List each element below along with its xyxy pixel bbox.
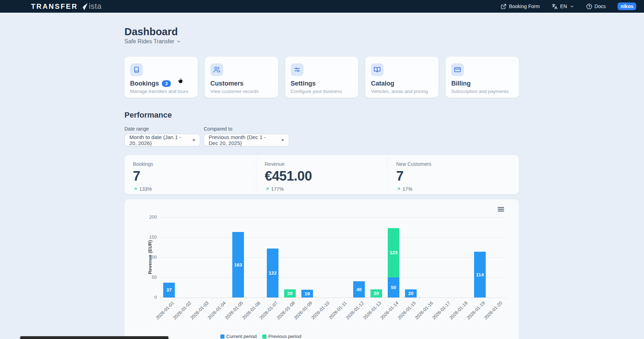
nav-card-catalog[interactable]: Catalog Vehicles, areas and pricing — [365, 57, 438, 98]
nav-card-subtitle: Vehicles, areas and pricing — [371, 89, 433, 94]
y-tick-label: 0 — [141, 295, 157, 300]
docs-label: Docs — [595, 4, 606, 9]
nav-card-title: Settings — [291, 80, 316, 87]
gridline — [160, 257, 506, 258]
bar-segment: 20 — [370, 289, 382, 297]
x-tick — [489, 297, 489, 300]
gridline — [160, 237, 506, 238]
bar-segment: 20 — [405, 289, 417, 297]
x-tick — [316, 297, 316, 300]
y-tick-label: 150 — [141, 234, 157, 240]
nav-card-subtitle: Configure your business — [291, 89, 353, 94]
stat-change: 177% — [265, 186, 387, 192]
nav-card-customers[interactable]: Customers View customer records — [205, 57, 278, 98]
bar-segment: 163 — [232, 232, 244, 297]
tenant-name: Safe Rides Transfer — [124, 38, 174, 45]
language-selector[interactable]: EN — [552, 4, 574, 10]
nav-card-title: Catalog — [371, 80, 394, 87]
bottom-overlay-bar — [20, 336, 168, 339]
x-tick — [212, 297, 213, 300]
bar-value-label: 114 — [476, 272, 484, 277]
bar-value-label: 40 — [356, 287, 362, 292]
performance-filters: Date range Month to date (Jan 1 - 20, 20… — [124, 126, 289, 146]
x-tick — [160, 297, 161, 300]
bar-segment: 37 — [163, 283, 175, 297]
chart-plot: 2001501005002026-01-01372026-01-022026-0… — [160, 217, 506, 297]
bar-segment: 20 — [284, 289, 296, 297]
x-tick — [437, 297, 437, 300]
bar-value-label: 37 — [166, 287, 172, 293]
y-tick-label: 50 — [141, 275, 157, 280]
x-tick — [178, 297, 178, 300]
x-tick — [419, 297, 420, 300]
stat-label: Revenue — [265, 161, 387, 167]
book-icon — [130, 63, 143, 76]
language-label: EN — [560, 4, 567, 9]
legend-item-current-period[interactable]: Current period — [220, 334, 257, 339]
quick-nav-cards: Bookings 3 Manage transfers and tours Cu… — [124, 57, 519, 98]
stat-label: New Customers — [396, 161, 519, 167]
stat-bookings: Bookings 7 133% — [124, 155, 256, 194]
bar-value-label: 20 — [287, 291, 293, 296]
nav-card-subtitle: Subscription and payments — [451, 89, 513, 94]
users-icon — [210, 63, 223, 76]
legend-marker-current — [220, 334, 225, 339]
bar-value-label: 20 — [408, 291, 413, 296]
nav-card-title: Customers — [210, 80, 244, 87]
arrow-up-right-icon — [133, 187, 138, 192]
x-tick — [247, 297, 247, 300]
x-tick — [333, 297, 333, 300]
bar-segment: 114 — [474, 252, 486, 297]
x-tick — [264, 297, 264, 300]
x-tick — [471, 297, 472, 300]
logo-text-bold: TRANSFER — [31, 2, 78, 11]
app-logo[interactable]: TRANSFER ista — [31, 2, 102, 11]
paper-plane-icon — [79, 2, 88, 11]
booking-form-link[interactable]: Booking Form — [501, 4, 540, 10]
x-tick — [350, 297, 351, 300]
navbar-actions: Booking Form EN Docs nikos — [501, 2, 636, 10]
nav-card-subtitle: View customer records — [210, 89, 272, 94]
x-tick — [229, 297, 230, 300]
page-title: Dashboard — [124, 26, 178, 38]
bar-segment: 123 — [388, 228, 399, 277]
chart-menu-icon[interactable] — [498, 207, 504, 212]
x-tick — [195, 297, 195, 300]
translate-icon — [552, 4, 558, 10]
bar-segment: 50 — [388, 277, 399, 297]
bar-value-label: 50 — [391, 285, 396, 290]
legend-item-previous-period[interactable]: Previous period — [262, 334, 301, 339]
nav-card-settings[interactable]: Settings Configure your business — [285, 57, 358, 98]
nav-card-bookings[interactable]: Bookings 3 Manage transfers and tours — [124, 57, 198, 98]
caret-down-icon — [281, 139, 284, 141]
user-menu-button[interactable]: nikos — [618, 2, 636, 10]
x-tick — [506, 297, 506, 300]
x-tick — [299, 297, 299, 300]
nav-card-subtitle: Manage transfers and tours — [130, 89, 192, 94]
kpi-stats-card: Bookings 7 133% Revenue €451.00 177% New… — [124, 155, 519, 194]
stat-change: 133% — [133, 186, 256, 192]
x-tick — [454, 297, 454, 300]
external-link-icon — [501, 4, 507, 10]
compared-to-filter: Compared to Previous month (Dec 1 - Dec … — [204, 126, 289, 146]
stat-value: €451.00 — [265, 169, 387, 184]
compared-to-value: Previous month (Dec 1 - Dec 20, 2025) — [209, 134, 276, 146]
compared-to-select[interactable]: Previous month (Dec 1 - Dec 20, 2025) — [204, 134, 289, 146]
x-tick — [402, 297, 403, 300]
stat-value: 7 — [396, 169, 519, 184]
date-range-filter: Date range Month to date (Jan 1 - 20, 20… — [124, 126, 200, 146]
date-range-select[interactable]: Month to date (Jan 1 - 20, 2026) — [124, 134, 200, 146]
stat-value: 7 — [133, 169, 256, 184]
bar-value-label: 20 — [374, 291, 379, 296]
legend-marker-previous — [262, 334, 266, 339]
credit-card-icon — [451, 63, 464, 76]
stat-revenue: Revenue €451.00 177% — [256, 155, 387, 194]
nav-card-title: Bookings — [130, 80, 159, 87]
legend-label: Previous period — [268, 334, 301, 339]
tenant-selector[interactable]: Safe Rides Transfer — [124, 38, 181, 45]
docs-link[interactable]: Docs — [586, 4, 606, 10]
top-navbar: TRANSFER ista Booking Form EN — [0, 0, 644, 13]
y-tick-label: 100 — [141, 255, 157, 260]
nav-card-billing[interactable]: Billing Subscription and payments — [446, 57, 519, 98]
x-tick — [385, 297, 385, 300]
